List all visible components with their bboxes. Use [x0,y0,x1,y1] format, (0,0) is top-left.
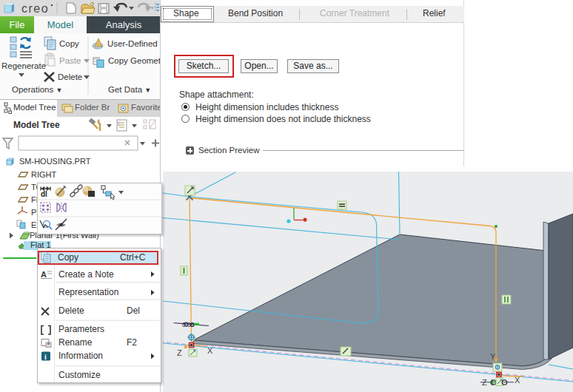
svg-text:creo: creo [21,2,49,15]
svg-text:X: X [515,376,520,385]
svg-text:Z: Z [177,348,182,357]
svg-text:X: X [207,346,213,355]
svg-text:i: i [44,353,47,361]
svg-text:Y: Y [490,352,496,361]
svg-text:A: A [41,270,47,279]
svg-text:dl: dl [41,190,47,198]
